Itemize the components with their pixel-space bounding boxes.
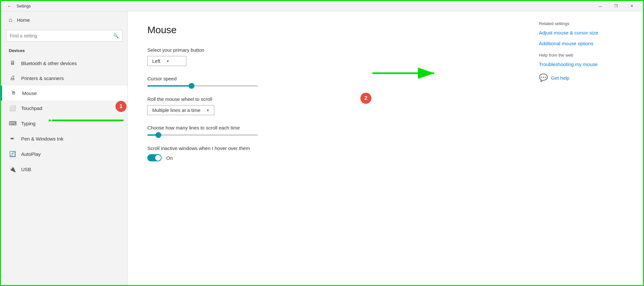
titlebar-title: Settings bbox=[17, 4, 31, 8]
back-button[interactable]: ← bbox=[5, 2, 14, 11]
primary-button-value: Left bbox=[152, 58, 160, 64]
close-button[interactable]: ✕ bbox=[624, 1, 639, 11]
primary-button-group: Select your primary button Left ▾ bbox=[147, 47, 513, 66]
sidebar-item-bluetooth[interactable]: 🖥 Bluetooth & other devices bbox=[1, 56, 127, 71]
usb-icon: 🔌 bbox=[9, 166, 16, 173]
search-icon: 🔍 bbox=[113, 33, 119, 38]
touchpad-label: Touchpad bbox=[21, 105, 42, 111]
get-help-link[interactable]: Get help bbox=[551, 75, 570, 81]
inactive-toggle[interactable] bbox=[147, 154, 162, 161]
sidebar: ⌂ Home 🔍 Devices 🖥 Bluetooth & other dev… bbox=[1, 11, 128, 285]
scroll-dropdown-arrow: ▾ bbox=[207, 108, 209, 113]
inactive-value: On bbox=[166, 155, 173, 161]
search-input[interactable] bbox=[10, 33, 113, 38]
autoplay-label: AutoPlay bbox=[21, 151, 41, 157]
cursor-speed-thumb[interactable] bbox=[189, 83, 195, 89]
cursor-speed-fill bbox=[147, 85, 192, 87]
scroll-value: Multiple lines at a time bbox=[152, 107, 200, 113]
inactive-group: Scroll inactive windows when I hover ove… bbox=[147, 145, 513, 161]
usb-label: USB bbox=[21, 167, 31, 172]
get-help-row: 💬 Get help bbox=[539, 74, 633, 82]
content-area: Mouse Select your primary button Left ▾ … bbox=[128, 11, 532, 285]
printers-icon: 🖨 bbox=[9, 75, 16, 81]
cursor-speed-track bbox=[147, 85, 258, 87]
scroll-label: Roll the mouse wheel to scroll bbox=[147, 96, 513, 102]
sidebar-item-autoplay[interactable]: 🔄 AutoPlay bbox=[1, 146, 127, 162]
cursor-speed-label: Cursor speed bbox=[147, 76, 513, 81]
cursor-speed-slider[interactable] bbox=[147, 85, 258, 87]
troubleshooting-link[interactable]: Troubleshooting my mouse bbox=[539, 61, 633, 67]
lines-thumb[interactable] bbox=[155, 132, 161, 138]
bluetooth-icon: 🖥 bbox=[9, 60, 16, 66]
primary-button-dropdown-arrow: ▾ bbox=[167, 59, 169, 63]
pen-label: Pen & Windows Ink bbox=[21, 136, 63, 142]
titlebar-controls: — ❐ ✕ bbox=[593, 1, 639, 11]
scroll-dropdown[interactable]: Multiple lines at a time ▾ bbox=[147, 105, 214, 115]
mouse-icon: 🖱 bbox=[10, 90, 17, 96]
sidebar-item-mouse[interactable]: 🖱 Mouse bbox=[1, 86, 127, 101]
minimize-button[interactable]: — bbox=[593, 1, 608, 11]
get-help-icon: 💬 bbox=[539, 74, 548, 82]
inactive-toggle-knob bbox=[155, 155, 161, 161]
additional-mouse-link[interactable]: Additional mouse options bbox=[539, 41, 633, 46]
adjust-mouse-link[interactable]: Adjust mouse & cursor size bbox=[539, 30, 633, 35]
sidebar-item-home[interactable]: ⌂ Home bbox=[1, 11, 127, 29]
lines-track bbox=[147, 134, 258, 136]
home-icon: ⌂ bbox=[9, 17, 12, 23]
lines-slider[interactable] bbox=[147, 134, 258, 136]
pen-icon: ✒ bbox=[9, 135, 16, 142]
mouse-label: Mouse bbox=[22, 90, 37, 96]
typing-label: Typing bbox=[21, 121, 35, 126]
bluetooth-label: Bluetooth & other devices bbox=[21, 61, 77, 66]
scroll-group: Roll the mouse wheel to scroll Multiple … bbox=[147, 96, 513, 115]
main-layout: ⌂ Home 🔍 Devices 🖥 Bluetooth & other dev… bbox=[1, 11, 643, 285]
inactive-label: Scroll inactive windows when I hover ove… bbox=[147, 145, 513, 151]
home-label: Home bbox=[17, 17, 30, 23]
sidebar-item-pen[interactable]: ✒ Pen & Windows Ink bbox=[1, 131, 127, 146]
right-panel: Related settings Adjust mouse & cursor s… bbox=[532, 11, 643, 285]
cursor-speed-group: Cursor speed bbox=[147, 76, 513, 87]
related-label: Related settings bbox=[539, 21, 633, 26]
search-box: 🔍 bbox=[6, 30, 122, 42]
devices-label: Devices bbox=[1, 47, 127, 56]
autoplay-icon: 🔄 bbox=[9, 151, 16, 157]
page-title: Mouse bbox=[147, 24, 513, 35]
primary-button-label: Select your primary button bbox=[147, 47, 513, 53]
sidebar-item-typing[interactable]: ⌨ Typing bbox=[1, 116, 127, 131]
primary-button-dropdown[interactable]: Left ▾ bbox=[147, 56, 186, 66]
touchpad-icon: ⬜ bbox=[9, 105, 16, 112]
lines-group: Choose how many lines to scroll each tim… bbox=[147, 125, 513, 136]
lines-label: Choose how many lines to scroll each tim… bbox=[147, 125, 513, 130]
sidebar-item-touchpad[interactable]: ⬜ Touchpad bbox=[1, 101, 127, 116]
maximize-button[interactable]: ❐ bbox=[609, 1, 624, 11]
sidebar-item-printers[interactable]: 🖨 Printers & scanners bbox=[1, 71, 127, 86]
inactive-toggle-row: On bbox=[147, 154, 513, 161]
titlebar: ← Settings — ❐ ✕ bbox=[1, 1, 643, 11]
typing-icon: ⌨ bbox=[9, 120, 16, 127]
printers-label: Printers & scanners bbox=[21, 75, 64, 81]
sidebar-item-usb[interactable]: 🔌 USB bbox=[1, 162, 127, 177]
help-label: Help from the web bbox=[539, 53, 633, 58]
